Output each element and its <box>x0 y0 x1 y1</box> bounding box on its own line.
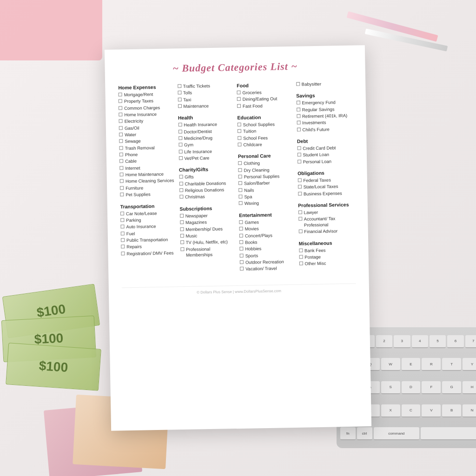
item-label: Sewage <box>125 139 141 145</box>
item-label: Home Insurance <box>124 112 157 118</box>
item-label: Vacation/ Travel <box>245 266 277 272</box>
checkbox-icon <box>180 240 184 244</box>
checkbox-icon <box>121 245 125 248</box>
section-title-2-2: Personal Care <box>238 152 295 159</box>
section-title-3-2: Debt <box>297 138 354 144</box>
item-label: Electricity <box>124 119 143 125</box>
item-label: Health Insurance <box>184 122 217 128</box>
section-1-1: HealthHealth InsuranceDoctor/DentistMedi… <box>178 114 235 162</box>
item-label: Babysitter <box>302 81 321 87</box>
item-label: Water <box>125 132 136 138</box>
item-label: Outdoor Recreation <box>245 259 284 265</box>
list-item: Internet <box>119 165 176 171</box>
document-title: ~ Budget Categories List ~ <box>118 60 352 76</box>
budget-document: ~ Budget Categories List ~ Home Expenses… <box>105 45 371 431</box>
item-label: Fast Food <box>243 103 263 109</box>
item-label: Personal Supplies <box>244 174 280 180</box>
item-label: Property Taxes <box>124 98 153 104</box>
list-item: Groceries <box>237 89 293 96</box>
list-item: Movies <box>239 225 296 232</box>
list-item: Investments <box>297 119 353 126</box>
checkbox-icon <box>299 262 303 265</box>
item-label: Doctor/Dentist <box>184 129 212 135</box>
checkbox-icon <box>238 143 241 146</box>
checkbox-icon <box>297 121 300 125</box>
item-label: Business Expenses <box>304 191 342 197</box>
section-2-2: Personal CareClothingDry CleaningPersona… <box>238 152 296 208</box>
section-title-2-3: Entertainment <box>239 212 296 218</box>
list-item: Music <box>180 232 237 239</box>
checkbox-icon <box>120 172 124 176</box>
item-label: Music <box>185 233 197 239</box>
section-title-3-1: Savings <box>296 92 353 99</box>
checkbox-icon <box>239 240 243 244</box>
item-label: Pet Supplies <box>126 192 151 198</box>
item-label: Common Charges <box>124 105 160 112</box>
checkbox-icon <box>120 186 124 190</box>
item-label: Games <box>245 219 259 225</box>
section-1-0: Traffic TicketsTollsTaxiMaintenance <box>178 83 234 110</box>
list-item: Dry Cleaning <box>238 167 295 173</box>
checkbox-icon <box>238 168 242 172</box>
list-item: Trash Removal <box>119 145 176 151</box>
list-item: Other Misc <box>299 260 356 267</box>
section-title-3-3: Obligations <box>298 170 354 176</box>
checkbox-icon <box>296 82 300 86</box>
section-title-2-1: Education <box>237 114 294 120</box>
list-item: Vacation/ Travel <box>240 265 297 272</box>
checkbox-icon <box>119 106 122 110</box>
list-item: Religious Donations <box>179 187 236 193</box>
checkbox-icon <box>179 195 183 199</box>
item-label: Accountant/ Tax Professional <box>304 216 355 228</box>
checkbox-icon <box>119 166 123 170</box>
checkbox-icon <box>297 153 301 157</box>
item-label: Books <box>245 239 258 245</box>
checkbox-icon <box>296 101 300 105</box>
list-item: Home Cleaning Services <box>120 178 177 185</box>
list-item: Furniture <box>120 185 177 191</box>
item-label: School Fees <box>243 135 268 141</box>
section-3-5: MiscellaneousBank FeesPostageOther Misc <box>299 239 356 268</box>
list-item: Federal Taxes <box>298 177 354 184</box>
checkbox-icon <box>238 175 242 178</box>
item-label: Bank Fees <box>304 247 326 253</box>
checkbox-icon <box>119 146 123 150</box>
list-item: Tolls <box>178 89 234 96</box>
checkbox-icon <box>297 107 300 111</box>
item-label: Furniture <box>126 185 143 191</box>
column-2: FoodGroceriesDining/Eating OutFast FoodE… <box>237 82 297 278</box>
checkbox-icon <box>298 159 301 163</box>
list-item: School Fees <box>238 135 294 141</box>
list-item: Games <box>239 219 296 225</box>
list-item: Childcare <box>238 141 294 148</box>
checkbox-icon <box>119 152 123 156</box>
checkbox-icon <box>297 114 300 118</box>
item-label: Cable <box>125 159 137 165</box>
item-label: Groceries <box>242 90 261 96</box>
checkbox-icon <box>178 91 181 94</box>
section-title-3-5: Miscellaneous <box>299 239 356 246</box>
checkbox-icon <box>180 227 184 231</box>
list-item: Water <box>119 131 176 138</box>
list-item: Phone <box>119 151 176 158</box>
item-label: Home Maintenance <box>125 172 164 178</box>
checkbox-icon <box>298 185 302 189</box>
checkbox-icon <box>119 93 122 96</box>
item-label: Charitable Donations <box>185 180 226 187</box>
list-item: Health Insurance <box>178 121 235 128</box>
checkbox-icon <box>178 123 182 126</box>
list-item: Credit Card Debt <box>297 145 354 152</box>
list-item: Emergency Fund <box>296 99 353 106</box>
column-0: Home ExpensesMortgage/RentProperty Taxes… <box>118 84 178 280</box>
item-label: Retirement (401k, IRA) <box>302 113 347 119</box>
checkbox-icon <box>120 225 124 228</box>
checkbox-icon <box>239 227 243 231</box>
checkbox-icon <box>298 211 302 214</box>
section-title-1-2: Charity/Gifts <box>179 166 236 173</box>
checkbox-icon <box>178 130 182 133</box>
item-label: Student Loan <box>303 152 329 158</box>
item-label: Childcare <box>243 142 262 148</box>
list-item: Regular Savings <box>297 106 353 112</box>
item-label: Child's Future <box>302 126 330 132</box>
list-item: Personal Loan <box>298 158 354 165</box>
